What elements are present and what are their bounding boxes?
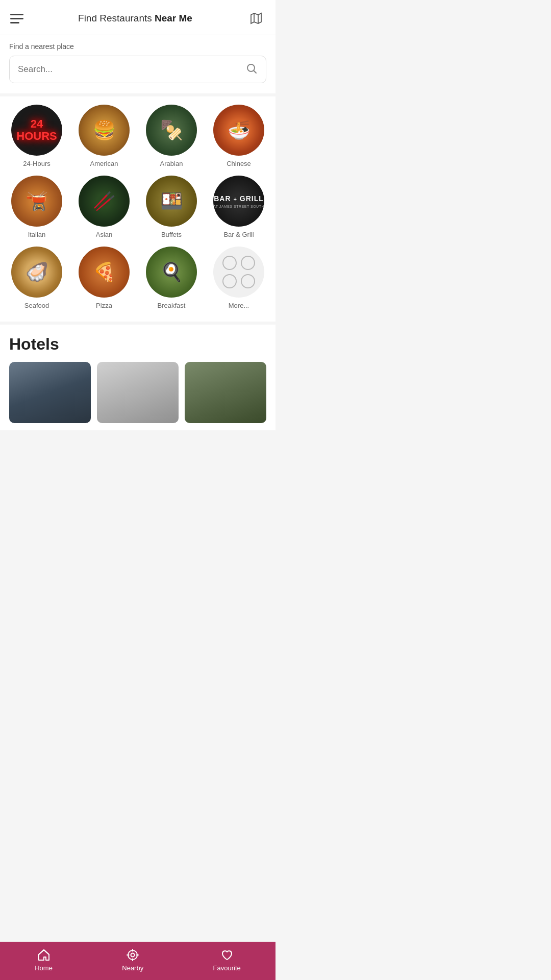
hotels-section: Hotels <box>0 325 276 430</box>
category-item-american[interactable]: 🍔 American <box>72 105 136 167</box>
search-section: Find a nearest place <box>0 35 276 93</box>
category-circle-more <box>213 247 264 298</box>
category-label-breakfast: Breakfast <box>158 302 186 309</box>
hotel-card-2[interactable] <box>97 362 179 423</box>
categories-section: 24HOURS 24-Hours 🍔 American 🍢 Arabian <box>0 96 276 322</box>
hotel-card-3[interactable] <box>185 362 266 423</box>
category-circle-asian: 🥢 <box>79 176 130 227</box>
category-label-24hours: 24-Hours <box>23 160 50 167</box>
category-label-bargrill: Bar & Grill <box>223 231 254 238</box>
category-circle-breakfast: 🍳 <box>146 247 197 298</box>
svg-line-3 <box>254 71 257 74</box>
category-label-arabian: Arabian <box>160 160 183 167</box>
category-label-chinese: Chinese <box>227 160 251 167</box>
hotels-title: Hotels <box>9 335 266 354</box>
category-label-buffets: Buffets <box>161 231 182 238</box>
category-item-24hours[interactable]: 24HOURS 24-Hours <box>5 105 68 167</box>
category-item-chinese[interactable]: 🍜 Chinese <box>207 105 270 167</box>
menu-button[interactable] <box>10 14 23 23</box>
search-icon[interactable] <box>245 62 258 77</box>
category-item-arabian[interactable]: 🍢 Arabian <box>140 105 203 167</box>
categories-grid: 24HOURS 24-Hours 🍔 American 🍢 Arabian <box>5 105 270 309</box>
search-container <box>9 56 266 83</box>
category-circle-italian: 🫕 <box>11 176 62 227</box>
category-circle-american: 🍔 <box>79 105 130 156</box>
app-header: Find Restaurants Near Me <box>0 0 276 35</box>
category-item-seafood[interactable]: 🦪 Seafood <box>5 247 68 309</box>
more-dot-1 <box>222 256 237 270</box>
hotels-grid <box>9 362 266 423</box>
category-circle-arabian: 🍢 <box>146 105 197 156</box>
category-label-italian: Italian <box>28 231 46 238</box>
category-item-buffets[interactable]: 🍱 Buffets <box>140 176 203 238</box>
more-dot-3 <box>222 274 237 288</box>
category-label-american: American <box>90 160 118 167</box>
hotel-card-1[interactable] <box>9 362 91 423</box>
category-circle-seafood: 🦪 <box>11 247 62 298</box>
map-icon-button[interactable] <box>247 9 265 28</box>
category-circle-buffets: 🍱 <box>146 176 197 227</box>
category-label-asian: Asian <box>96 231 113 238</box>
category-item-asian[interactable]: 🥢 Asian <box>72 176 136 238</box>
category-label-seafood: Seafood <box>24 302 49 309</box>
search-subtitle: Find a nearest place <box>9 42 266 51</box>
category-item-pizza[interactable]: 🍕 Pizza <box>72 247 136 309</box>
category-circle-24hours: 24HOURS <box>11 105 62 156</box>
search-input[interactable] <box>18 64 245 75</box>
category-label-pizza: Pizza <box>96 302 112 309</box>
more-dot-2 <box>241 256 255 270</box>
category-item-bargrill[interactable]: BAR + GRILL AT JAMES STREET SOUTH Bar & … <box>207 176 270 238</box>
more-dot-4 <box>241 274 255 288</box>
category-circle-chinese: 🍜 <box>213 105 264 156</box>
category-circle-bargrill: BAR + GRILL AT JAMES STREET SOUTH <box>213 176 264 227</box>
category-item-italian[interactable]: 🫕 Italian <box>5 176 68 238</box>
category-item-more[interactable]: More... <box>207 247 270 309</box>
category-label-more: More... <box>229 302 249 309</box>
page-title: Find Restaurants Near Me <box>78 13 192 24</box>
category-circle-pizza: 🍕 <box>79 247 130 298</box>
category-item-breakfast[interactable]: 🍳 Breakfast <box>140 247 203 309</box>
